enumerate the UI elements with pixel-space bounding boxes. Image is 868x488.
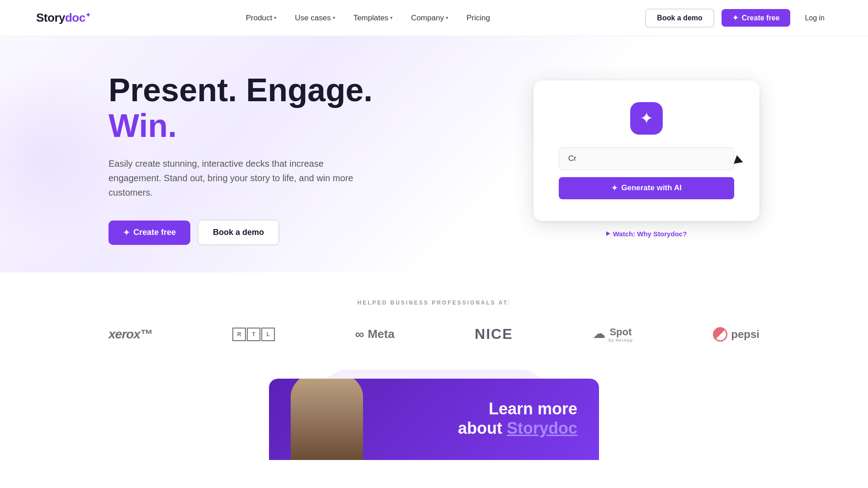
- nav-usecases[interactable]: Use cases ▾: [288, 10, 342, 26]
- create-free-button-nav[interactable]: ✦ Create free: [722, 9, 791, 27]
- book-demo-button-hero[interactable]: Book a demo: [198, 220, 279, 245]
- nav-product-label: Product: [246, 14, 273, 23]
- nice-logo: NICE: [475, 326, 513, 343]
- logos-section: HELPED BUSINESS PROFESSIONALS AT: xerox™…: [0, 272, 868, 370]
- cursor-icon: [734, 155, 745, 166]
- logo-rtl: R T L: [232, 328, 275, 341]
- nav-company[interactable]: Company ▾: [404, 10, 456, 26]
- pepsi-circle-icon: [713, 327, 727, 342]
- book-demo-button[interactable]: Book a demo: [645, 9, 714, 28]
- video-card[interactable]: Learn more about Storydoc: [269, 379, 599, 460]
- logo-nice: NICE: [475, 326, 513, 343]
- logo-meta: ∞ Meta: [355, 327, 394, 342]
- sparkle-icon: ✦: [611, 183, 618, 193]
- hero-title: Present. Engage. Win.: [108, 72, 373, 144]
- hero-section: Present. Engage. Win. Easily create stun…: [0, 36, 868, 272]
- rtl-logo: R T L: [232, 328, 275, 341]
- video-text: Learn more about Storydoc: [363, 399, 577, 440]
- nav-product[interactable]: Product ▾: [239, 10, 284, 26]
- bottom-section: Learn more about Storydoc: [0, 370, 868, 460]
- video-person: [291, 379, 363, 460]
- person-body: [291, 379, 363, 460]
- hero-ai-panel: ✦ ✦ Generate with AI Watch: Why Storydoc…: [533, 80, 760, 238]
- logo-pepsi: pepsi: [713, 327, 760, 342]
- brand-logo[interactable]: Storydoc✦: [36, 11, 90, 25]
- nav-pricing[interactable]: Pricing: [459, 10, 497, 26]
- chevron-down-icon: ▾: [333, 15, 335, 21]
- sparkle-icon: ✦: [123, 228, 130, 238]
- chevron-down-icon: ▾: [446, 15, 448, 21]
- nav-company-label: Company: [411, 14, 444, 23]
- generate-ai-button[interactable]: ✦ Generate with AI: [559, 177, 734, 199]
- chevron-down-icon: ▾: [390, 15, 393, 21]
- ai-icon-wrapper: ✦: [630, 102, 663, 135]
- nav-templates-label: Templates: [354, 14, 388, 23]
- ai-text-input[interactable]: [559, 147, 734, 170]
- spot-logo: ☁ Spot by NetApp: [593, 326, 633, 343]
- logo-xerox: xerox™: [108, 327, 152, 342]
- nav-pricing-label: Pricing: [467, 14, 490, 23]
- ai-generator-card: ✦ ✦ Generate with AI: [533, 80, 760, 221]
- sparkle-icon: ✦: [732, 14, 738, 22]
- nav-menu: Product ▾ Use cases ▾ Templates ▾ Compan…: [239, 10, 497, 26]
- hero-subtitle: Easily create stunning, interactive deck…: [108, 156, 362, 200]
- logo-spot: ☁ Spot by NetApp: [593, 326, 633, 343]
- hero-title-highlight: Win.: [108, 108, 177, 144]
- chevron-down-icon: ▾: [274, 15, 277, 21]
- hero-content: Present. Engage. Win. Easily create stun…: [108, 72, 373, 245]
- xerox-logo: xerox™: [108, 327, 152, 342]
- login-button[interactable]: Log in: [797, 9, 832, 27]
- logos-row: xerox™ R T L ∞ Meta NICE ☁ Spot by Net: [108, 326, 760, 343]
- video-text-main: Learn more about Storydoc: [377, 399, 577, 438]
- create-free-button-hero[interactable]: ✦ Create free: [108, 221, 190, 245]
- play-icon: [606, 231, 610, 236]
- logos-label: HELPED BUSINESS PROFESSIONALS AT:: [108, 300, 760, 306]
- pepsi-logo: pepsi: [713, 327, 760, 342]
- meta-logo: ∞ Meta: [355, 327, 394, 342]
- nav-templates[interactable]: Templates ▾: [346, 10, 400, 26]
- ai-sparkle-icon: ✦: [640, 109, 653, 128]
- video-storydoc-brand: Storydoc: [507, 419, 577, 437]
- watch-why-link[interactable]: Watch: Why Storydoc?: [533, 230, 760, 238]
- hero-ctas: ✦ Create free Book a demo: [108, 220, 373, 245]
- meta-infinity-icon: ∞: [355, 327, 364, 342]
- nav-usecases-label: Use cases: [295, 14, 330, 23]
- navbar-actions: Book a demo ✦ Create free Log in: [645, 9, 832, 28]
- ai-input-area: ✦ Generate with AI: [559, 147, 734, 199]
- cloud-icon: ☁: [593, 327, 605, 341]
- navbar: Storydoc✦ Product ▾ Use cases ▾ Template…: [0, 0, 868, 36]
